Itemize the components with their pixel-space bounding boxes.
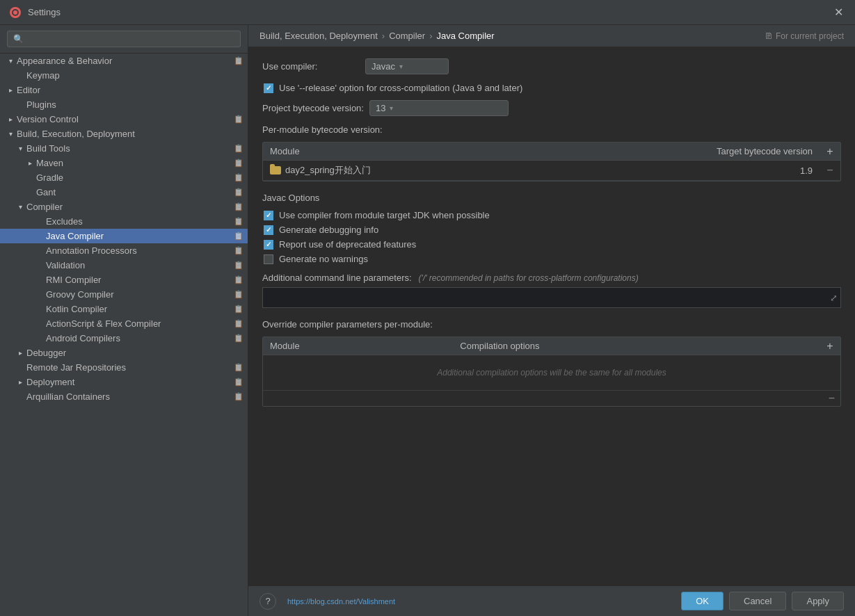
no-arrow [35,305,45,314]
sidebar-item-groovy[interactable]: Groovy Compiler 📋 [0,287,248,302]
no-arrow [35,334,45,343]
settings-icon: 📋 [234,363,243,372]
settings-icon: 📋 [234,246,243,255]
settings-icon: 📋 [234,173,243,182]
sidebar: Appearance & Behavior 📋 Keymap Editor Pl… [0,25,248,616]
per-module-section: Per-module bytecode version: Module Targ… [262,124,841,181]
sidebar-item-remote-jar[interactable]: Remote Jar Repositories 📋 [0,360,248,375]
release-option-row: Use '--release' option for cross-compila… [262,83,841,93]
no-arrow [35,290,45,300]
sidebar-item-java-compiler[interactable]: Java Compiler 📋 [0,229,248,243]
bytecode-version-row: Project bytecode version: 13 ▾ [262,100,841,116]
sidebar-item-build-tools[interactable]: Build Tools 📋 [0,141,248,156]
ok-button[interactable]: OK [681,592,724,610]
no-arrow [35,232,45,241]
sidebar-item-gant[interactable]: Gant 📋 [0,185,248,200]
settings-icon: 📋 [234,144,243,153]
override-title: Override compiler parameters per-module: [262,319,841,330]
sidebar-item-build-exec[interactable]: Build, Execution, Deployment [0,127,248,141]
sidebar-item-compiler[interactable]: Compiler 📋 [0,200,248,214]
settings-icon: 📋 [234,275,243,284]
expand-icon [15,144,25,154]
per-module-table-wrapper: Module Target bytecode version + day2_sp… [262,142,841,181]
settings-icon: 📋 [234,305,243,314]
generate-no-warnings-label: Generate no warnings [279,254,368,264]
use-compiler-module-checkbox[interactable] [264,211,273,220]
use-compiler-module-label: Use compiler from module target JDK when… [279,210,490,220]
add-override-button[interactable]: + [822,339,837,354]
sidebar-item-maven[interactable]: Maven 📋 [0,156,248,170]
help-button[interactable]: ? [259,593,276,610]
breadcrumb-part-2: Compiler [389,31,425,41]
sidebar-item-actionscript[interactable]: ActionScript & Flex Compiler 📋 [0,316,248,331]
sidebar-item-deployment[interactable]: Deployment 📋 [0,375,248,389]
release-option-checkbox[interactable] [264,83,273,93]
bytecode-label: Project bytecode version: [262,103,364,113]
apply-button[interactable]: Apply [792,592,844,610]
cancel-button[interactable]: Cancel [729,592,786,610]
compiler-dropdown[interactable]: Javac ▾ [365,58,449,74]
footer-url: https://blog.csdn.net/Valishment [287,597,395,606]
bytecode-dropdown[interactable]: 13 ▾ [369,100,509,116]
svg-point-2 [13,10,17,15]
settings-icon: 📋 [234,261,243,270]
settings-icon: 📋 [234,319,243,328]
override-table-header: Module Compilation options + [263,337,840,355]
sidebar-item-keymap[interactable]: Keymap [0,68,248,83]
generate-no-warnings-checkbox[interactable] [264,254,273,264]
breadcrumb-current: Java Compiler [437,31,495,41]
footer-right: OK Cancel Apply [681,592,844,610]
right-panel: Build, Execution, Deployment › Compiler … [248,25,855,616]
search-input[interactable] [7,31,241,47]
add-module-button[interactable]: + [822,144,837,159]
settings-icon: 📋 [234,159,243,168]
additional-cmd-section: Additional command line parameters: ('/'… [262,273,841,308]
expand-icon [6,56,15,66]
expand-icon [15,348,25,358]
generate-debug-checkbox[interactable] [264,225,273,235]
sidebar-item-kotlin[interactable]: Kotlin Compiler 📋 [0,302,248,316]
javac-options-title: Javac Options [262,193,841,203]
sidebar-item-appearance[interactable]: Appearance & Behavior 📋 [0,54,248,68]
for-project: 🖹 For current project [765,31,844,41]
settings-icon: 📋 [234,290,243,299]
sidebar-item-debugger[interactable]: Debugger [0,346,248,360]
sidebar-item-excludes[interactable]: Excludes 📋 [0,214,248,229]
remove-module-button[interactable]: − [822,163,837,178]
settings-icon: 📋 [234,202,243,211]
breadcrumb-bar: Build, Execution, Deployment › Compiler … [248,25,855,47]
sidebar-item-plugins[interactable]: Plugins [0,97,248,112]
sidebar-item-rmi[interactable]: RMI Compiler 📋 [0,273,248,287]
generate-debug-label: Generate debugging info [279,225,378,235]
expand-icon [6,86,15,95]
project-icon: 🖹 [765,31,773,41]
expand-icon[interactable]: ⤢ [830,293,838,303]
remove-override-button[interactable]: − [823,391,840,406]
report-deprecated-checkbox[interactable] [264,240,273,250]
use-compiler-label: Use compiler: [262,61,360,72]
override-options-header: Compilation options [453,337,820,355]
expand-icon [15,378,25,387]
app-icon [8,6,22,19]
checkbox-row-use-compiler: Use compiler from module target JDK when… [262,210,841,220]
sidebar-item-annotation[interactable]: Annotation Processors 📋 [0,243,248,258]
close-button[interactable]: ✕ [830,4,847,21]
sidebar-item-arquillian[interactable]: Arquillian Containers 📋 [0,389,248,404]
expand-icon [6,129,15,139]
sidebar-item-editor[interactable]: Editor [0,83,248,97]
sidebar-item-gradle[interactable]: Gradle 📋 [0,170,248,185]
settings-icon: 📋 [234,378,243,387]
cmd-label-row: Additional command line parameters: ('/'… [262,273,841,283]
folder-icon [270,166,281,175]
sidebar-item-version-control[interactable]: Version Control 📋 [0,112,248,127]
override-placeholder: Additional compilation options will be t… [437,368,666,378]
sidebar-item-android[interactable]: Android Compilers 📋 [0,331,248,346]
no-arrow [15,363,25,373]
no-arrow [15,392,25,402]
target-version: 1.9 [680,162,820,179]
breadcrumb: Build, Execution, Deployment › Compiler … [259,31,495,41]
cmd-input[interactable] [263,290,840,306]
no-arrow [15,100,25,110]
sidebar-item-validation[interactable]: Validation 📋 [0,258,248,273]
no-arrow [25,173,35,183]
